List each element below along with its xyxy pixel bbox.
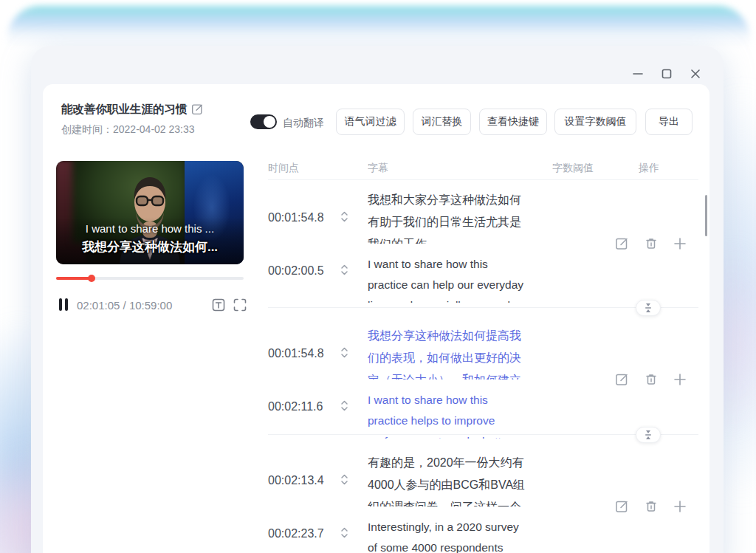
source-subtitle-text[interactable]: 我想分享这种做法如何提高我 们的表现，如何做出更好的决 定（无论大小），和如何建… bbox=[368, 325, 549, 379]
filler-word-filter-button[interactable]: 语气词过滤 bbox=[336, 109, 405, 135]
auto-translate-toggle[interactable] bbox=[250, 114, 277, 129]
fullscreen-icon bbox=[233, 298, 247, 312]
translation-subtitle-text[interactable]: Interestingly, in a 2020 survey of some … bbox=[368, 517, 549, 553]
subtitle-row-active: 00:01:54.8 我想分享这种做法如何提高我 们的表现，如何做出更好的决 定… bbox=[268, 308, 698, 435]
auto-translate-label: 自动翻译 bbox=[283, 117, 324, 130]
up-down-icon bbox=[342, 475, 347, 484]
page-title: 能改善你职业生涯的习惯 bbox=[61, 102, 188, 117]
progress-fill bbox=[56, 277, 92, 280]
progress-handle[interactable] bbox=[88, 275, 95, 282]
table-scrollbar[interactable] bbox=[705, 195, 707, 236]
up-down-icon bbox=[342, 402, 347, 411]
up-down-icon bbox=[342, 529, 347, 537]
holographic-top-band bbox=[7, 6, 750, 47]
col-header-actions: 操作 bbox=[639, 162, 659, 175]
time-stepper[interactable] bbox=[339, 399, 349, 413]
export-button[interactable]: 导出 bbox=[645, 109, 693, 135]
time-stepper[interactable] bbox=[339, 473, 349, 487]
source-timestamp: 00:01:54.8 bbox=[268, 347, 324, 360]
time-stepper[interactable] bbox=[339, 210, 349, 224]
progress-bar[interactable] bbox=[56, 277, 244, 280]
pause-button[interactable] bbox=[59, 298, 69, 311]
minimize-button[interactable] bbox=[629, 65, 647, 83]
col-header-subtitle: 字幕 bbox=[368, 162, 388, 175]
source-subtitle-text[interactable]: 有趣的是，2020年一份大约有 4000人参与的由BCG和BVA组 织的调查问卷… bbox=[368, 452, 549, 506]
word-replace-button[interactable]: 词汇替换 bbox=[413, 109, 471, 135]
edit-title-icon[interactable] bbox=[190, 103, 204, 116]
up-down-icon bbox=[342, 348, 347, 357]
edit-row-button[interactable] bbox=[614, 499, 629, 514]
col-header-threshold: 字数阈值 bbox=[552, 162, 594, 175]
time-stepper[interactable] bbox=[339, 526, 349, 540]
delete-row-button[interactable] bbox=[644, 372, 659, 387]
plus-icon bbox=[675, 238, 685, 249]
edit-row-button[interactable] bbox=[614, 372, 629, 387]
subtitle-table: 00:01:54.8 我想和大家分享这种做法如何 有助于我们的日常生活尤其是 我… bbox=[268, 179, 698, 553]
maximize-icon bbox=[663, 70, 671, 78]
delete-row-button[interactable] bbox=[644, 499, 659, 514]
translation-timestamp: 00:02:00.5 bbox=[268, 264, 324, 278]
video-subtitle-en: I want to share how this ... bbox=[56, 222, 244, 235]
time-display: 02:01:05 / 10:59:00 bbox=[77, 299, 172, 312]
maximize-button[interactable] bbox=[658, 65, 676, 83]
plus-icon bbox=[675, 501, 685, 512]
video-subtitle-zh: 我想分享这种做法如何... bbox=[56, 238, 244, 255]
screen: 能改善你职业生涯的习惯 创建时间：2022-04-02 23:33 自动翻译 语… bbox=[0, 0, 756, 553]
source-timestamp: 00:02:13.4 bbox=[268, 474, 324, 487]
delete-row-button[interactable] bbox=[644, 236, 659, 251]
subtitle-row: 00:02:13.4 有趣的是，2020年一份大约有 4000人参与的由BCG和… bbox=[268, 435, 698, 553]
time-stepper[interactable] bbox=[339, 346, 349, 360]
plus-icon bbox=[675, 374, 685, 385]
edit-row-button[interactable] bbox=[614, 236, 629, 251]
translation-subtitle-text[interactable]: I want to share how this practice helps … bbox=[368, 390, 549, 439]
view-shortcuts-button[interactable]: 查看快捷键 bbox=[479, 109, 547, 135]
fullscreen-button[interactable] bbox=[233, 298, 247, 312]
time-stepper[interactable] bbox=[339, 263, 349, 278]
source-timestamp: 00:01:54.8 bbox=[268, 211, 324, 224]
up-down-icon bbox=[342, 213, 347, 221]
toggle-knob bbox=[264, 116, 275, 128]
translation-timestamp: 00:02:11.6 bbox=[268, 400, 323, 413]
add-row-button[interactable] bbox=[673, 372, 687, 387]
created-time: 创建时间：2022-04-02 23:33 bbox=[61, 123, 195, 137]
close-icon bbox=[692, 70, 699, 78]
subtitle-row: 00:01:54.8 我想和大家分享这种做法如何 有助于我们的日常生活尤其是 我… bbox=[268, 179, 698, 308]
up-down-icon bbox=[342, 266, 347, 275]
subtitle-display-button[interactable] bbox=[212, 298, 225, 312]
set-word-threshold-button[interactable]: 设置字数阈值 bbox=[554, 109, 636, 135]
translation-subtitle-text[interactable]: I want to share how this practice can he… bbox=[368, 254, 549, 303]
video-preview[interactable]: I want to share how this ... 我想分享这种做法如何.… bbox=[56, 161, 244, 264]
text-t-icon bbox=[212, 298, 225, 312]
close-button[interactable] bbox=[687, 65, 704, 83]
source-subtitle-text[interactable]: 我想和大家分享这种做法如何 有助于我们的日常生活尤其是 我们的工作 bbox=[368, 189, 549, 244]
pause-icon bbox=[59, 298, 62, 311]
translation-timestamp: 00:02:23.7 bbox=[268, 527, 324, 540]
add-row-button[interactable] bbox=[673, 499, 687, 514]
add-row-button[interactable] bbox=[673, 236, 687, 251]
col-header-time: 时间点 bbox=[268, 162, 299, 175]
